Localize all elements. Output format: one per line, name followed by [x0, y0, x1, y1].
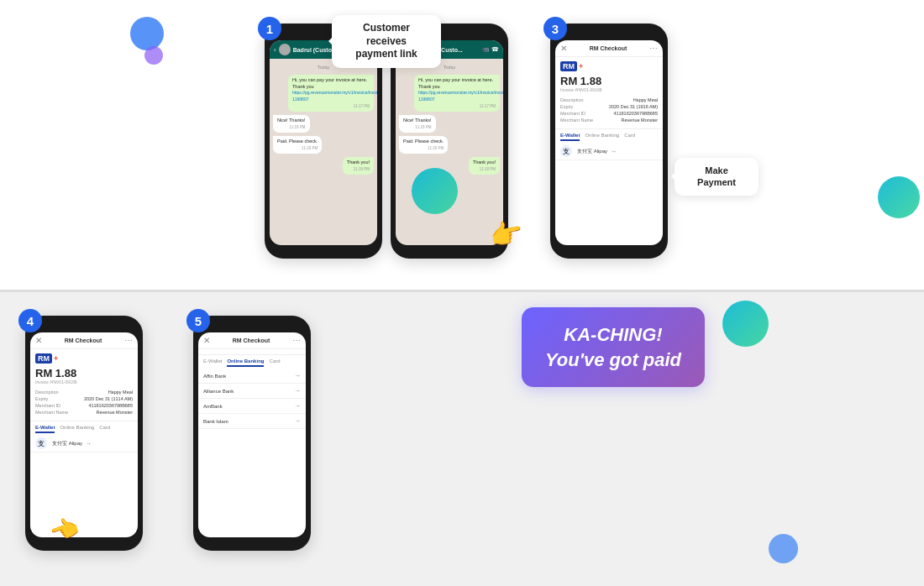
- phone-screen-5: ✕ RM Checkout ⋯ E-Wallet Online Banking …: [198, 332, 306, 537]
- phone-step3: ✕ RM Checkout ⋯ RM + RM 1.88 Invoice #IN…: [550, 24, 668, 259]
- callout-step1: Customer receivespayment link: [332, 15, 441, 68]
- wa-msg-text: Hi, you can pay your invoice at here. Th…: [292, 77, 367, 89]
- ambank-row[interactable]: AmBank →: [198, 399, 306, 414]
- affin-bank-name: Affin Bank: [203, 374, 226, 379]
- wa-screen-1: ‹ Badrul (Custo... Today Hi, you can pay…: [270, 40, 377, 245]
- rm-logo-box: RM: [560, 61, 577, 71]
- back-icon[interactable]: ‹: [274, 46, 276, 54]
- rm-logo-plus: +: [579, 62, 583, 71]
- wa-thank-you: Thank you! 11:18 PM: [343, 157, 374, 175]
- rm-title-5: RM Checkout: [233, 337, 270, 343]
- tab-ewallet-5[interactable]: E-Wallet: [203, 358, 222, 367]
- blob-purple-top: [144, 46, 163, 65]
- step-3-wrapper: 3 ✕ RM Checkout ⋯ RM + RM 1.88 Invoice #…: [550, 24, 668, 259]
- alipay-name: 支付宝 Alipay: [577, 148, 607, 155]
- callout-make-payment-text: Make Payment: [685, 165, 748, 189]
- alliance-bank-name: Alliance Bank: [203, 389, 234, 394]
- step-1-badge: 1: [258, 17, 281, 40]
- phone-step5: ✕ RM Checkout ⋯ E-Wallet Online Banking …: [193, 316, 311, 551]
- rm-table-4: DescriptionHappy Meal Expiry2020 Dec 31 …: [30, 388, 138, 418]
- rm-logo-3: RM +: [555, 57, 663, 73]
- phone-screen-3: ✕ RM Checkout ⋯ RM + RM 1.88 Invoice #IN…: [555, 40, 663, 245]
- blob-teal-top: [878, 176, 920, 218]
- rm-logo-box-4: RM: [35, 353, 52, 364]
- close-button-5[interactable]: ✕: [203, 336, 210, 345]
- wa-avatar-1: [279, 44, 291, 55]
- ka-ching-line1: KA-CHING!: [564, 322, 662, 348]
- hand-pointer-step2: 👉: [487, 216, 526, 253]
- alipay-row-4[interactable]: 支 支付宝 Alipay →: [30, 435, 138, 453]
- phone-screen-1: ‹ Badrul (Custo... Today Hi, you can pay…: [270, 40, 377, 245]
- bank-islam-row[interactable]: Bank Islam →: [198, 414, 306, 429]
- alipay-name-4: 支付宝 Alipay: [52, 440, 82, 447]
- wa-reply2: Paid. Please check. 11:20 PM: [273, 136, 322, 154]
- alipay-arrow-4: →: [85, 440, 92, 447]
- rm-header-5: ✕ RM Checkout ⋯: [198, 332, 306, 349]
- wa-reply1-2: Nice! Thanks! 11:18 PM: [399, 115, 436, 133]
- phone-screen-2: ‹ Badrul (Custo... 📹 ☎ Today Hi, you can…: [396, 40, 503, 245]
- step-3-badge: 3: [543, 17, 567, 40]
- tab-online-banking-5[interactable]: Online Banking: [227, 358, 264, 367]
- more-button-4[interactable]: ⋯: [124, 336, 133, 345]
- step-4-wrapper: 4 ✕ RM Checkout ⋯ RM + RM 1.88 Invoice #…: [25, 316, 143, 551]
- callout-step1-text: Customer receivespayment link: [342, 22, 431, 61]
- wa-reply1: Nice! Thanks! 11:18 PM: [273, 115, 310, 133]
- alliance-arrow: →: [294, 387, 301, 395]
- wa-screen-2: ‹ Badrul (Custo... 📹 ☎ Today Hi, you can…: [396, 40, 503, 245]
- ambank-arrow: →: [294, 402, 301, 410]
- wa-thank-you-2: Thank you! 11:18 PM: [469, 157, 500, 175]
- tab-card-4[interactable]: Card: [99, 425, 110, 433]
- rm-header-4: ✕ RM Checkout ⋯: [30, 332, 138, 349]
- rm-tabs-3: E-Wallet Online Banking Card: [555, 128, 663, 143]
- alipay-icon-4: 支: [35, 437, 47, 449]
- step-4-badge: 4: [18, 309, 42, 332]
- wa-link-2[interactable]: https://pg.revenuemonster.my/v1/invoice/…: [418, 90, 503, 102]
- alliance-bank-row[interactable]: Alliance Bank →: [198, 384, 306, 399]
- close-button-3[interactable]: ✕: [560, 44, 567, 53]
- wa-time-out: 11:17 PM: [292, 104, 370, 109]
- bank-islam-arrow: →: [294, 417, 301, 425]
- tab-online-banking-4[interactable]: Online Banking: [60, 425, 94, 433]
- wa-msg-out-1: Hi, you can pay your invoice at here. Th…: [288, 75, 374, 112]
- phone-notch-4: [67, 322, 101, 330]
- bank-islam-name: Bank Islam: [203, 419, 228, 424]
- blob-teal-mid: [412, 168, 458, 214]
- rm-tabs-4: E-Wallet Online Banking Card: [30, 421, 138, 435]
- close-button-4[interactable]: ✕: [35, 336, 42, 345]
- blob-blue-top: [130, 17, 164, 50]
- rm-logo-plus-4: +: [54, 354, 58, 363]
- rm-amount-3: RM 1.88: [555, 73, 663, 87]
- tab-online-banking[interactable]: Online Banking: [585, 133, 619, 141]
- more-button-5[interactable]: ⋯: [292, 336, 301, 345]
- tab-card[interactable]: Card: [624, 133, 635, 141]
- ka-ching-line2: You've got paid: [545, 348, 681, 373]
- wa-reply2-2: Paid. Please check. 11:20 PM: [399, 136, 448, 154]
- more-button-3[interactable]: ⋯: [649, 44, 658, 53]
- ka-ching-area: KA-CHING! You've got paid: [319, 307, 907, 387]
- rm-title-4: RM Checkout: [65, 337, 102, 343]
- phone-notch-5: [235, 322, 269, 330]
- bottom-section: 4 ✕ RM Checkout ⋯ RM + RM 1.88 Invoice #…: [0, 292, 924, 586]
- ka-ching-box: KA-CHING! You've got paid: [522, 307, 705, 387]
- callout-make-payment: Make Payment: [675, 158, 759, 196]
- alipay-icon: 支: [560, 145, 572, 157]
- rm-logo-4: RM +: [30, 349, 138, 365]
- tab-ewallet-4[interactable]: E-Wallet: [35, 425, 55, 433]
- rm-screen-4: ✕ RM Checkout ⋯ RM + RM 1.88 Invoice #IN…: [30, 332, 138, 537]
- rm-invoice-4: Invoice #INV01-09188: [30, 379, 138, 388]
- wa-msg-out-2: Hi, you can pay your invoice at here. Th…: [414, 75, 500, 112]
- rm-table-3: DescriptionHappy Meal Expiry2020 Dec 31 …: [555, 96, 663, 126]
- wa-link[interactable]: https://pg.revenuemonster.my/v1/invoice/…: [292, 90, 377, 102]
- step-1-wrapper: 1 Customer receivespayment link ‹ Badrul…: [265, 24, 382, 259]
- tab-ewallet[interactable]: E-Wallet: [560, 133, 580, 141]
- tab-card-5[interactable]: Card: [269, 358, 280, 367]
- top-section: 1 Customer receivespayment link ‹ Badrul…: [0, 0, 924, 290]
- blob-blue-bottom-right: [769, 534, 798, 563]
- alipay-row[interactable]: 支 支付宝 Alipay →: [555, 143, 663, 160]
- affin-arrow: →: [294, 372, 301, 379]
- ambank-name: AmBank: [203, 404, 223, 409]
- affin-bank-row[interactable]: Affin Bank →: [198, 369, 306, 384]
- phone-notch-3: [592, 29, 626, 38]
- wa-body-2: Today Hi, you can pay your invoice at he…: [396, 59, 503, 245]
- rm-header-3: ✕ RM Checkout ⋯: [555, 40, 663, 57]
